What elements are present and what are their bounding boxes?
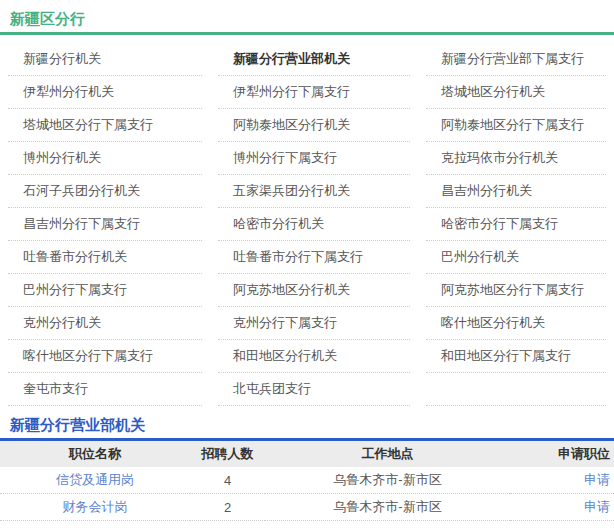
branch-list-item[interactable]: 阿勒泰地区分行机关	[218, 109, 410, 142]
position-table-row: 信贷及通用岗 4 乌鲁木齐市-新市区 申请	[0, 467, 614, 494]
branch-list-item	[426, 373, 606, 406]
branch-section: 新疆区分行 新疆分行机关新疆分行营业部机关新疆分行营业部下属支行伊犁州分行机关伊…	[0, 0, 614, 406]
branch-list-item[interactable]: 吐鲁番市分行机关	[8, 241, 202, 274]
branch-list-item[interactable]: 塔城地区分行下属支行	[8, 109, 202, 142]
branch-list-item[interactable]: 和田地区分行机关	[218, 340, 410, 373]
column-header-count: 招聘人数	[190, 441, 265, 467]
branch-list-item[interactable]: 奎屯市支行	[8, 373, 202, 406]
column-header-location: 工作地点	[265, 441, 510, 467]
branch-list-item[interactable]: 巴州分行下属支行	[8, 274, 202, 307]
positions-section: 新疆分行营业部机关 职位名称 招聘人数 工作地点 申请职位 信贷及通用岗 4 乌…	[0, 406, 614, 521]
branch-list-item[interactable]: 喀什地区分行下属支行	[8, 340, 202, 373]
branch-list-item[interactable]: 石河子兵团分行机关	[8, 175, 202, 208]
branch-list-item[interactable]: 巴州分行机关	[426, 241, 606, 274]
branch-list-item[interactable]: 喀什地区分行机关	[426, 307, 606, 340]
apply-link[interactable]: 申请	[584, 472, 610, 487]
branch-list-item[interactable]: 阿勒泰地区分行下属支行	[426, 109, 606, 142]
branch-list: 新疆分行机关新疆分行营业部机关新疆分行营业部下属支行伊犁州分行机关伊犁州分行下属…	[0, 35, 614, 406]
branch-list-item[interactable]: 和田地区分行下属支行	[426, 340, 606, 373]
page: 新疆区分行 新疆分行机关新疆分行营业部机关新疆分行营业部下属支行伊犁州分行机关伊…	[0, 0, 614, 530]
position-count: 2	[190, 494, 265, 521]
position-count: 4	[190, 467, 265, 494]
branch-list-item[interactable]: 吐鲁番市分行下属支行	[218, 241, 410, 274]
branch-list-item[interactable]: 克拉玛依市分行机关	[426, 142, 606, 175]
positions-table: 职位名称 招聘人数 工作地点 申请职位 信贷及通用岗 4 乌鲁木齐市-新市区 申…	[0, 441, 614, 521]
column-header-apply: 申请职位	[510, 441, 614, 467]
branch-list-item[interactable]: 克州分行下属支行	[218, 307, 410, 340]
branch-list-item[interactable]: 阿克苏地区分行机关	[218, 274, 410, 307]
position-location: 乌鲁木齐市-新市区	[265, 467, 510, 494]
branch-list-item[interactable]: 伊犁州分行下属支行	[218, 76, 410, 109]
apply-link[interactable]: 申请	[584, 499, 610, 514]
position-table-row: 财务会计岗 2 乌鲁木齐市-新市区 申请	[0, 494, 614, 521]
branch-list-item[interactable]: 昌吉州分行机关	[426, 175, 606, 208]
position-name-link[interactable]: 信贷及通用岗	[56, 472, 134, 487]
position-name-link[interactable]: 财务会计岗	[63, 499, 128, 514]
branch-list-item[interactable]: 克州分行机关	[8, 307, 202, 340]
positions-section-title: 新疆分行营业部机关	[0, 406, 614, 438]
branch-list-item[interactable]: 哈密市分行下属支行	[426, 208, 606, 241]
branch-list-item[interactable]: 五家渠兵团分行机关	[218, 175, 410, 208]
branch-list-item[interactable]: 新疆分行机关	[8, 43, 202, 76]
branch-list-item[interactable]: 伊犁州分行机关	[8, 76, 202, 109]
branch-list-item[interactable]: 塔城地区分行机关	[426, 76, 606, 109]
branch-list-item[interactable]: 新疆分行营业部机关	[218, 43, 410, 76]
branch-list-item[interactable]: 博州分行机关	[8, 142, 202, 175]
column-header-position: 职位名称	[0, 441, 190, 467]
branch-section-title: 新疆区分行	[0, 0, 614, 32]
branch-list-item[interactable]: 博州分行下属支行	[218, 142, 410, 175]
branch-list-item[interactable]: 阿克苏地区分行下属支行	[426, 274, 606, 307]
branch-list-item[interactable]: 昌吉州分行下属支行	[8, 208, 202, 241]
branch-list-item[interactable]: 新疆分行营业部下属支行	[426, 43, 606, 76]
branch-list-item[interactable]: 北屯兵团支行	[218, 373, 410, 406]
branch-list-item[interactable]: 哈密市分行机关	[218, 208, 410, 241]
positions-table-header-row: 职位名称 招聘人数 工作地点 申请职位	[0, 441, 614, 467]
position-location: 乌鲁木齐市-新市区	[265, 494, 510, 521]
